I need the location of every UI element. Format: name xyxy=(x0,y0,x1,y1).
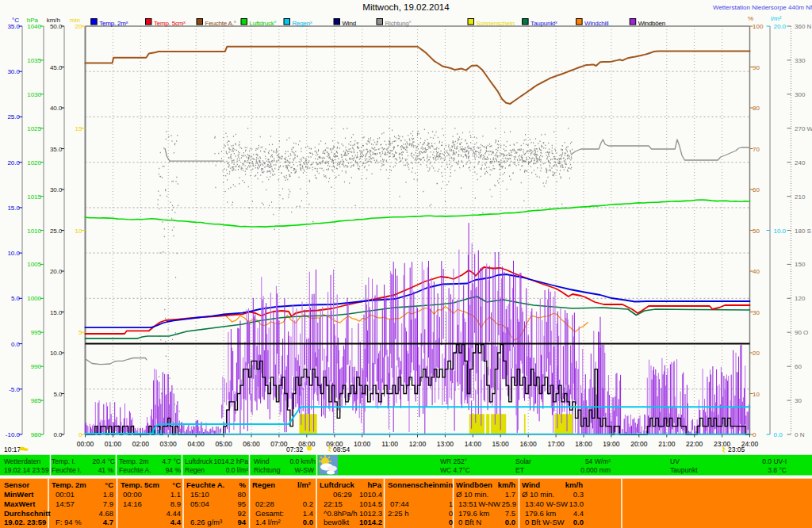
svg-text:F: 94 %: F: 94 % xyxy=(56,518,82,526)
svg-text:990: 990 xyxy=(31,363,42,370)
svg-text:1030: 1030 xyxy=(27,91,41,98)
svg-text:07:44: 07:44 xyxy=(390,499,409,508)
svg-text:22:15: 22:15 xyxy=(324,499,343,508)
svg-text:270 W: 270 W xyxy=(795,125,812,132)
svg-text:23:05: 23:05 xyxy=(728,446,745,453)
svg-text:Regenˣ: Regenˣ xyxy=(293,20,313,27)
svg-text:20.0: 20.0 xyxy=(7,159,20,166)
svg-text:4.4: 4.4 xyxy=(573,509,584,518)
svg-text:1014.2 hPa: 1014.2 hPa xyxy=(214,457,249,465)
svg-text:00:00: 00:00 xyxy=(77,440,94,448)
svg-text:10.0: 10.0 xyxy=(7,250,20,257)
svg-text:300: 300 xyxy=(795,91,806,98)
svg-text:1025: 1025 xyxy=(27,125,41,132)
svg-text:0.0 UV-I: 0.0 UV-I xyxy=(762,457,787,465)
svg-text:40.0: 40.0 xyxy=(50,105,63,112)
svg-text:95: 95 xyxy=(237,499,246,508)
svg-text:1.7: 1.7 xyxy=(505,490,515,499)
svg-text:14:00: 14:00 xyxy=(465,440,482,448)
svg-text:1010: 1010 xyxy=(27,228,41,235)
svg-text:1040: 1040 xyxy=(27,23,41,30)
svg-text:05:00: 05:00 xyxy=(215,440,232,448)
svg-text:12:00: 12:00 xyxy=(409,440,427,448)
svg-text:1.4 l/m²: 1.4 l/m² xyxy=(255,518,281,526)
svg-text:25.9: 25.9 xyxy=(502,499,517,508)
svg-text:bewölkt: bewölkt xyxy=(324,518,350,526)
svg-text:1000: 1000 xyxy=(27,295,41,302)
svg-text:Sonnenschein: Sonnenschein xyxy=(388,480,439,489)
svg-text:Windchill: Windchill xyxy=(584,20,609,27)
svg-text:15:00: 15:00 xyxy=(492,440,510,448)
svg-text:0.0 km/h: 0.0 km/h xyxy=(289,457,316,465)
svg-text:60: 60 xyxy=(795,363,802,370)
svg-text:°C: °C xyxy=(105,480,113,489)
svg-text:14:16: 14:16 xyxy=(123,499,142,508)
svg-text:UV: UV xyxy=(670,457,680,465)
svg-text:1: 1 xyxy=(449,499,453,508)
svg-text:W-SW: W-SW xyxy=(295,466,314,474)
svg-text:19.02.14 23:59: 19.02.14 23:59 xyxy=(4,466,49,474)
svg-text:Feuchte A.°: Feuchte A.° xyxy=(205,20,236,27)
svg-text:0: 0 xyxy=(449,518,453,526)
svg-text:ET: ET xyxy=(515,466,524,474)
svg-text:MaxWert: MaxWert xyxy=(4,499,36,508)
svg-text:km/h: km/h xyxy=(565,480,583,489)
svg-text:90: 90 xyxy=(753,64,760,71)
svg-text:Feuchte I.: Feuchte I. xyxy=(52,466,82,474)
svg-text:02:00: 02:00 xyxy=(132,440,150,448)
svg-text:Wind: Wind xyxy=(343,20,356,27)
svg-text:1.8: 1.8 xyxy=(103,490,113,499)
svg-text:l/m²: l/m² xyxy=(297,480,311,489)
svg-text:21:00: 21:00 xyxy=(658,440,676,448)
svg-text:14:57: 14:57 xyxy=(56,499,75,508)
svg-text:995: 995 xyxy=(31,329,42,336)
svg-text:Richtung: Richtung xyxy=(254,466,281,474)
svg-text:0 N: 0 N xyxy=(795,431,805,438)
svg-text:4.68: 4.68 xyxy=(99,509,114,518)
svg-text:150: 150 xyxy=(795,261,806,268)
svg-text:1012.3: 1012.3 xyxy=(359,509,382,518)
svg-text:Temp. 2mˣ: Temp. 2mˣ xyxy=(99,20,128,27)
svg-text:02:28: 02:28 xyxy=(255,499,274,508)
svg-text:10:17: 10:17 xyxy=(4,446,21,453)
svg-text:06:00: 06:00 xyxy=(243,440,260,448)
svg-text:1.4: 1.4 xyxy=(303,509,313,518)
svg-text:7.5: 7.5 xyxy=(505,509,515,518)
svg-text:13.0: 13.0 xyxy=(569,499,584,508)
svg-text:4.44: 4.44 xyxy=(167,509,182,518)
svg-text:19.02. 23:59: 19.02. 23:59 xyxy=(4,518,46,526)
svg-text:Sensor: Sensor xyxy=(4,480,30,489)
svg-text:0: 0 xyxy=(449,509,453,518)
svg-text:MinWert: MinWert xyxy=(4,490,34,499)
svg-text:Richtung°: Richtung° xyxy=(385,20,412,27)
svg-text:0.0: 0.0 xyxy=(303,518,313,526)
svg-text:1010.4: 1010.4 xyxy=(359,490,382,499)
svg-text:1014.5: 1014.5 xyxy=(359,499,382,508)
svg-text:30: 30 xyxy=(795,397,802,404)
svg-text:05:04: 05:04 xyxy=(190,499,209,508)
svg-text:Temp. 2m: Temp. 2m xyxy=(119,457,148,465)
svg-text:°C: °C xyxy=(12,17,19,24)
svg-text:0.0 l/m²: 0.0 l/m² xyxy=(226,466,249,474)
svg-text:1015: 1015 xyxy=(27,193,41,201)
svg-text:100: 100 xyxy=(753,23,764,30)
svg-text:-5.0: -5.0 xyxy=(9,386,20,393)
svg-text:10: 10 xyxy=(753,391,760,398)
svg-text:Windböen: Windböen xyxy=(638,20,665,27)
svg-text:40: 40 xyxy=(753,268,760,275)
svg-text:0 Bft W-SW: 0 Bft W-SW xyxy=(525,518,564,526)
svg-text:01:00: 01:00 xyxy=(105,440,122,448)
svg-text:2:25 h: 2:25 h xyxy=(388,509,408,518)
svg-text:30.0: 30.0 xyxy=(50,186,63,193)
svg-text:94 %: 94 % xyxy=(166,466,182,474)
svg-text:25.0: 25.0 xyxy=(7,113,20,121)
svg-text:km/h: km/h xyxy=(47,17,60,24)
svg-text:30.0: 30.0 xyxy=(7,68,20,75)
svg-text:WR 252°: WR 252° xyxy=(440,457,467,465)
svg-text:92: 92 xyxy=(237,509,246,518)
svg-text:Gesamt:: Gesamt: xyxy=(255,509,284,518)
svg-text:15.0: 15.0 xyxy=(50,309,63,316)
svg-text:07:00: 07:00 xyxy=(270,440,288,448)
svg-text:45.0: 45.0 xyxy=(50,64,63,71)
svg-text:10.0: 10.0 xyxy=(774,228,787,235)
